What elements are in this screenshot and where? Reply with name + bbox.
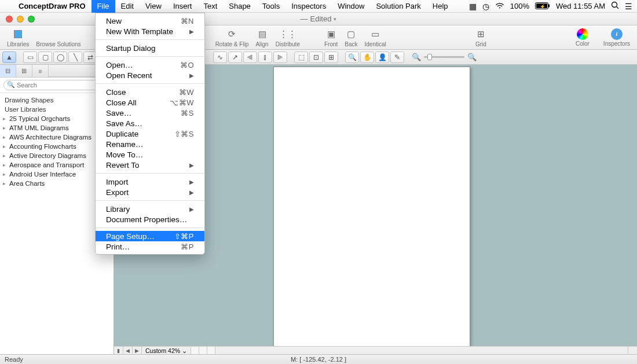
zoom-slider[interactable] xyxy=(424,56,464,58)
app-name[interactable]: ConceptDraw PRO xyxy=(13,2,91,10)
svg-point-4 xyxy=(612,2,617,8)
zoom-in-icon[interactable]: 🔍 xyxy=(467,52,477,62)
lock-tool[interactable]: ⊞ xyxy=(324,52,338,63)
minimize-window-icon[interactable] xyxy=(17,16,24,23)
align-button[interactable]: ▤ Align xyxy=(252,28,272,47)
close-window-icon[interactable] xyxy=(6,16,13,23)
menu-item-document-properties[interactable]: Document Properties… xyxy=(96,214,204,225)
menu-solution-park[interactable]: Solution Park xyxy=(370,0,426,13)
menu-item-library[interactable]: Library▶ xyxy=(96,204,204,214)
front-button[interactable]: ▣ Front xyxy=(321,28,341,47)
inspectors-button[interactable]: i Inspectors xyxy=(600,28,634,47)
rounded-rect-tool[interactable]: ▢ xyxy=(38,52,52,63)
menu-text[interactable]: Text xyxy=(197,0,223,13)
status-bar: Ready M: [ -125.42, -2.12 ] xyxy=(0,354,637,364)
align-center-tool[interactable]: ⫿ xyxy=(258,52,272,63)
menu-item-close[interactable]: Close⌘W xyxy=(96,87,204,97)
menu-item-save-as[interactable]: Save As… xyxy=(96,118,204,128)
eyedropper-tool[interactable]: 👤 xyxy=(375,52,389,63)
svg-line-5 xyxy=(617,7,619,9)
tree-view-tab[interactable]: ⊟ xyxy=(0,65,16,77)
scroll-right[interactable]: ▶ xyxy=(133,347,142,355)
menu-item-open-recent[interactable]: Open Recent▶ xyxy=(96,70,204,80)
pointer-tool[interactable]: ▲ xyxy=(2,52,16,63)
dashboard-icon[interactable]: ▦ xyxy=(469,2,477,11)
zoom-tool[interactable]: 🔍 xyxy=(345,52,359,63)
group-tool[interactable]: ⬚ xyxy=(294,52,308,63)
ungroup-tool[interactable]: ⊡ xyxy=(309,52,323,63)
arrow-tool[interactable]: ↗ xyxy=(228,52,242,63)
menu-item-close-all[interactable]: Close All⌥⌘W xyxy=(96,97,204,108)
scroll-left[interactable]: ◀ xyxy=(123,347,133,355)
scroll-stop[interactable]: ▮ xyxy=(114,347,123,355)
menu-insert[interactable]: Insert xyxy=(167,0,198,13)
distribute-button[interactable]: ⋮⋮ Distribute xyxy=(272,28,303,47)
menu-edit[interactable]: Edit xyxy=(115,0,140,13)
search-input[interactable] xyxy=(3,80,110,90)
menu-item-startup-dialog[interactable]: Startup Dialog xyxy=(96,43,204,53)
menu-item-export[interactable]: Export▶ xyxy=(96,187,204,197)
svg-rect-1 xyxy=(548,4,550,7)
list-view-tab[interactable]: ≡ xyxy=(32,65,49,77)
svg-text:⚡: ⚡ xyxy=(540,3,546,9)
status-ready: Ready xyxy=(5,356,23,363)
grid-view-tab[interactable]: ⊞ xyxy=(16,65,32,77)
browse-solutions-button[interactable]: Browse Solutions xyxy=(32,28,84,47)
rect-tool[interactable]: ▭ xyxy=(23,52,37,63)
ellipse-tool[interactable]: ◯ xyxy=(53,52,67,63)
zoom-window-icon[interactable] xyxy=(28,16,35,23)
menu-item-new[interactable]: New⌘N xyxy=(96,16,204,26)
menu-help[interactable]: Help xyxy=(427,0,454,13)
align-right-tool[interactable]: ⫸ xyxy=(273,52,287,63)
wifi-icon[interactable] xyxy=(495,2,504,11)
edit-tool[interactable]: ✎ xyxy=(390,52,404,63)
search-icon: 🔍 xyxy=(7,81,15,89)
menu-window[interactable]: Window xyxy=(332,0,370,13)
spotlight-icon[interactable] xyxy=(611,1,619,11)
zoom-dropdown[interactable]: Custom 42% ⌄ xyxy=(142,347,191,354)
menu-file[interactable]: File xyxy=(91,0,115,13)
menu-item-page-setup[interactable]: Page Setup…⇧⌘P xyxy=(96,231,204,241)
bottom-scrollbar: ▮ ◀ ▶ Custom 42% ⌄ xyxy=(114,346,628,354)
menu-item-revert-to[interactable]: Revert To▶ xyxy=(96,160,204,170)
chevron-down-icon[interactable]: ▾ xyxy=(334,16,336,22)
menu-item-move-to[interactable]: Move To… xyxy=(96,149,204,160)
menu-item-rename[interactable]: Rename… xyxy=(96,139,204,149)
spline-tool[interactable]: ∿ xyxy=(213,52,227,63)
mac-menubar: ConceptDraw PRO FileEditViewInsertTextSh… xyxy=(0,0,637,13)
zoom-out-icon[interactable]: 🔍 xyxy=(411,52,422,62)
page-tab[interactable] xyxy=(207,347,215,355)
menu-shape[interactable]: Shape xyxy=(223,0,257,13)
clock-status-icon[interactable]: ◷ xyxy=(482,2,489,11)
menu-item-new-with-template[interactable]: New With Template▶ xyxy=(96,26,204,36)
rotate-flip-button[interactable]: ⟳ Rotate & Flip xyxy=(212,28,252,47)
menu-item-open[interactable]: Open…⌘O xyxy=(96,60,204,70)
hand-tool[interactable]: ✋ xyxy=(360,52,374,63)
file-menu-dropdown: New⌘NNew With Template▶Startup DialogOpe… xyxy=(95,13,205,255)
identical-button[interactable]: ▭ Identical xyxy=(361,28,390,47)
battery-icon[interactable]: ⚡ xyxy=(535,2,550,11)
scroll-corner xyxy=(628,346,637,354)
notifications-icon[interactable]: ☰ xyxy=(625,2,632,11)
status-mouse: M: [ -125.42, -2.12 ] xyxy=(291,356,346,363)
menubar-clock[interactable]: Wed 11:55 AM xyxy=(556,2,605,10)
battery-percent: 100% xyxy=(510,2,529,10)
menu-view[interactable]: View xyxy=(140,0,167,13)
page-canvas[interactable] xyxy=(273,67,470,347)
color-button[interactable]: Color xyxy=(572,28,593,47)
menu-item-import[interactable]: Import▶ xyxy=(96,177,204,187)
menu-tools[interactable]: Tools xyxy=(257,0,285,13)
menu-item-print[interactable]: Print…⌘P xyxy=(96,241,204,252)
document-title[interactable]: Unsaved ConceptDraw PRO Document - Page1… xyxy=(301,14,337,23)
page-tab[interactable] xyxy=(199,347,207,355)
menu-inspectors[interactable]: Inspectors xyxy=(285,0,332,13)
grid-button[interactable]: ⊞ Grid xyxy=(471,28,490,47)
libraries-button[interactable]: Libraries xyxy=(3,28,32,47)
back-button[interactable]: ▢ Back xyxy=(341,28,361,47)
page-tab[interactable] xyxy=(191,347,199,355)
menu-item-duplicate[interactable]: Duplicate⇧⌘S xyxy=(96,128,204,139)
traffic-lights xyxy=(0,16,35,23)
menu-item-save[interactable]: Save…⌘S xyxy=(96,108,204,118)
align-left-tool[interactable]: ⫷ xyxy=(243,52,257,63)
line-tool[interactable]: ╲ xyxy=(68,52,82,63)
